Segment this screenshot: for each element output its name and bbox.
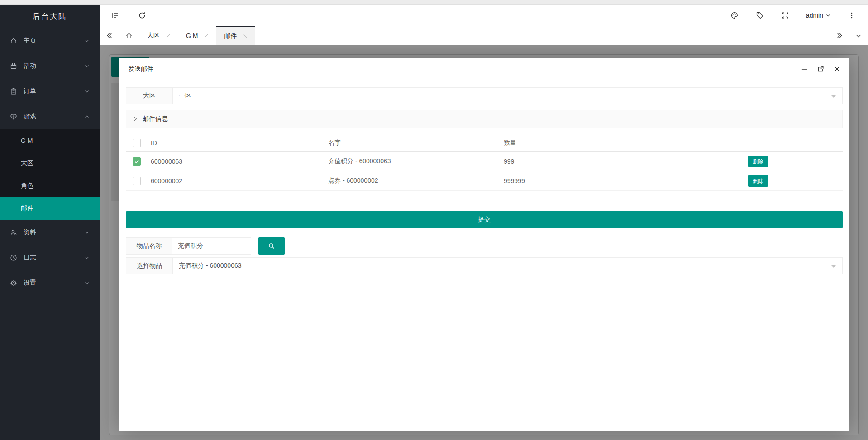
cell-qty: 999999 [497,171,673,191]
chevron-up-icon [84,114,90,119]
tabs-scroll-left-button[interactable] [100,26,119,45]
chevron-down-icon [84,63,90,69]
item-select-row: 选择物品 充值积分 - 600000063 [126,257,843,274]
tag-icon[interactable] [755,11,764,20]
collapse-title: 邮件信息 [143,115,168,123]
tab-label: 大区 [147,32,160,40]
sidebar-item-gm[interactable]: G M [0,129,100,152]
sub-item-label: 大区 [21,159,33,167]
palette-icon[interactable] [730,11,739,20]
column-header-qty: 数量 [497,134,673,152]
tab-gm[interactable]: G M [178,26,216,45]
toolbar: admin [100,5,868,26]
delete-button[interactable]: 删除 [748,156,768,167]
chevron-down-icon [825,13,831,18]
item-select[interactable]: 充值积分 - 600000063 [173,258,842,274]
sidebar-item-region[interactable]: 大区 [0,152,100,175]
tab-bar: 大区 G M 邮件 [100,26,868,45]
tabs-scroll-right-button[interactable] [830,26,849,45]
chevron-down-icon [84,38,90,43]
sidebar-item-orders[interactable]: 订单 [0,79,100,104]
user-name: admin [806,12,823,19]
select-item-label: 选择物品 [126,258,173,274]
close-icon[interactable] [833,66,840,73]
sidebar-item-activity[interactable]: 活动 [0,53,100,79]
close-icon[interactable] [204,33,209,38]
table-header-row: ID 名字 数量 [126,134,843,152]
fullscreen-icon[interactable] [781,11,790,20]
column-header-id: ID [144,134,321,152]
delete-button[interactable]: 删除 [748,175,768,187]
mail-items-table: ID 名字 数量 600 [126,134,843,191]
region-select-row: 大区 一区 [126,87,843,104]
send-mail-modal: 发送邮件 大区 一区 [119,58,849,431]
search-button[interactable] [258,237,285,255]
chevron-down-icon [84,255,90,260]
modal-body: 大区 一区 邮件信息 [119,80,849,281]
modal-title: 发送邮件 [128,65,153,73]
sidebar-item-label: 设置 [24,279,36,287]
row-checkbox[interactable] [133,157,141,166]
region-label: 大区 [126,88,173,104]
chevron-down-icon [831,265,836,268]
refresh-icon[interactable] [138,11,147,20]
item-name-input[interactable] [172,237,251,255]
maximize-icon[interactable] [817,66,824,73]
column-header-name: 名字 [321,134,497,152]
table-row: 600000002 点券 - 600000002 999999 删除 [126,171,843,191]
menu-fold-icon[interactable] [110,11,119,20]
main-area: admin 大区 G M 邮件 [100,5,868,440]
sidebar: 后台大陆 主页 活动 订单 游戏 G M 大区 [0,5,100,440]
sidebar-item-role[interactable]: 角色 [0,175,100,197]
chevron-down-icon [84,89,90,94]
sidebar-item-logs[interactable]: 日志 [0,245,100,270]
sidebar-item-label: 活动 [24,62,36,70]
clock-icon [10,254,17,261]
close-icon[interactable] [243,34,248,38]
tab-mail[interactable]: 邮件 [216,26,255,45]
table-row: 600000063 充值积分 - 600000063 999 删除 [126,152,843,171]
tab-label: 邮件 [224,32,237,40]
app-title: 后台大陆 [0,5,100,28]
tabs-menu-button[interactable] [849,26,868,45]
modal-header: 发送邮件 [119,58,849,80]
sidebar-item-label: 游戏 [24,113,36,121]
tab-region[interactable]: 大区 [139,26,178,45]
sidebar-item-game[interactable]: 游戏 [0,104,100,129]
browser-top-strip [0,0,868,5]
cell-qty: 999 [497,152,673,171]
search-icon [268,242,275,250]
sidebar-item-label: 资料 [24,228,36,237]
region-select[interactable]: 一区 [173,88,842,104]
sub-item-label: 角色 [21,182,33,190]
close-icon[interactable] [166,33,171,38]
cell-name: 点券 - 600000002 [321,171,497,191]
tab-label: G M [186,32,198,39]
sidebar-item-home[interactable]: 主页 [0,28,100,53]
sidebar-item-settings[interactable]: 设置 [0,270,100,296]
game-icon [10,113,17,120]
cell-id: 600000063 [144,152,321,171]
sub-item-label: G M [21,137,33,144]
select-all-checkbox[interactable] [133,139,141,147]
mail-info-collapse[interactable]: 邮件信息 [126,110,843,128]
sidebar-item-profile[interactable]: 资料 [0,220,100,245]
sub-item-label: 邮件 [21,204,33,213]
item-select-value: 充值积分 - 600000063 [179,262,242,270]
sidebar-item-label: 订单 [24,87,36,95]
chevron-down-icon [831,95,836,98]
more-vertical-icon[interactable] [847,11,856,20]
sidebar-item-label: 主页 [24,37,36,45]
tab-home[interactable] [119,26,139,45]
minimize-icon[interactable] [801,66,808,73]
row-checkbox[interactable] [133,177,141,185]
sidebar-item-label: 日志 [24,254,36,262]
chevron-right-icon [133,116,138,122]
calendar-icon [10,62,17,70]
submit-button[interactable]: 提交 [126,211,843,228]
sidebar-item-mail[interactable]: 邮件 [0,197,100,220]
user-menu[interactable]: admin [806,12,831,19]
column-header-actions [673,134,843,152]
profile-icon [10,229,17,236]
content-area: 发送邮件 大区 一区 [100,45,868,440]
